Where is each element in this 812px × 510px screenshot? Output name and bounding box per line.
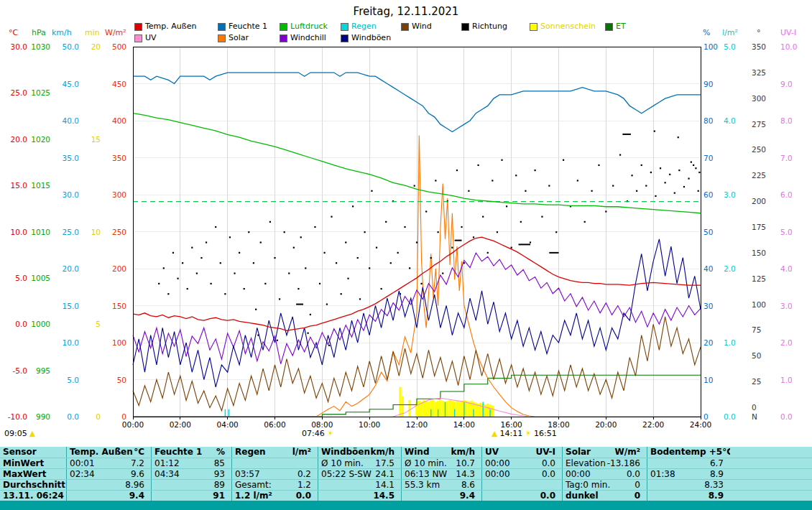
- stats-cell-left: 00:00: [566, 470, 591, 479]
- stats-cell-left: Solar: [566, 448, 591, 457]
- stats-cell-value: 0.0: [542, 470, 555, 479]
- stats-cell-value: 14.1: [375, 481, 395, 490]
- stats-cell-left: 55.3 km: [405, 481, 440, 490]
- stats-cell-left: Tag:0 min.: [566, 481, 610, 490]
- triangle-up-icon: ▲: [492, 429, 497, 438]
- stats-table: SensorTemp. Außen°CFeuchte 1%Regenl/m²Wi…: [0, 447, 812, 501]
- stats-cell-left: Regen: [235, 448, 266, 457]
- stats-row-13.11. 06:24: 13.11. 06:249.4911.2 l/m²0.014.59.40.0du…: [0, 490, 812, 501]
- stats-cell-left: Ø 10 min.: [321, 459, 364, 468]
- stats-cell: 04:3493: [151, 469, 231, 479]
- stats-cell-value: 14.3: [456, 470, 475, 479]
- stats-cell-value: 24.1: [375, 470, 395, 479]
- stats-cell: Windkm/h: [401, 447, 481, 458]
- stats-cell-value: 9.4: [460, 491, 475, 501]
- stats-cell-left: 02:34: [70, 470, 95, 479]
- stats-cell-value: 0.0: [542, 459, 555, 468]
- stats-cell-left: Wind: [405, 448, 429, 457]
- stats-cell-left: 03:57: [235, 470, 260, 479]
- weather-plot: [0, 0, 812, 445]
- stats-cell-value: 8.96: [125, 481, 144, 490]
- stats-cell-left: Bodentemp +5: [650, 448, 722, 457]
- stats-cell-left: 01:38: [650, 470, 675, 479]
- stats-cell-value: km/h: [451, 448, 475, 457]
- stats-cell: 91: [151, 491, 231, 501]
- stats-cell-value: 7.2: [131, 459, 144, 468]
- series-Richtung: [158, 131, 700, 347]
- stats-cell: Ø 10 min.17.5: [318, 458, 401, 468]
- stats-cell-value: °C: [722, 448, 730, 457]
- stats-cell: 00:000.0: [562, 469, 647, 479]
- stats-cell-left: 13.11. 06:24: [3, 491, 64, 501]
- stats-cell-value: 89: [214, 481, 225, 490]
- stats-row-Durchschnitt: Durchschnitt8.9689Gesamt:1.214.155.3 km8…: [0, 479, 812, 490]
- stats-cell: 1.2 l/m²0.0: [231, 491, 318, 501]
- stats-cell: 01:388.9: [647, 469, 730, 479]
- stats-cell-value: 8.33: [704, 481, 724, 490]
- stats-cell-value: 0.0: [540, 491, 555, 501]
- stats-cell-value: l/m²: [292, 448, 311, 457]
- stats-cell-value: 0: [635, 491, 640, 501]
- stats-filler: [730, 447, 812, 458]
- stats-cell-left: MaxWert: [3, 470, 46, 479]
- stats-cell-left: Ø 10 min.: [405, 459, 447, 468]
- stats-cell-left: 00:01: [70, 459, 95, 468]
- stats-cell-left: dunkel: [566, 491, 599, 501]
- stats-cell-value: 10.7: [456, 459, 475, 468]
- stats-row-MaxWert: MaxWert02:349.604:349303:570.205:22 S-SW…: [0, 468, 812, 479]
- stats-filler: [730, 458, 812, 468]
- stats-cell: 14.5: [318, 491, 401, 501]
- stats-cell: 02:349.6: [66, 469, 151, 479]
- stats-cell: Tag:0 min.0: [562, 480, 647, 490]
- stats-cell-left: Feuchte 1: [154, 448, 202, 457]
- stats-cell-value: -13.186: [607, 459, 640, 468]
- stats-cell: 03:570.2: [231, 469, 318, 479]
- stats-cell: Regenl/m²: [231, 447, 318, 458]
- stats-cell-value: 6.7: [710, 459, 724, 468]
- stats-cell: [481, 480, 562, 490]
- stats-cell: 89: [151, 480, 231, 490]
- stats-cell-left: Elevation: [566, 459, 606, 468]
- series-Richtung-dashes: [296, 134, 631, 305]
- stats-cell-value: W/m²: [615, 448, 640, 457]
- stats-cell-value: 0.2: [297, 470, 311, 479]
- stats-cell-value: 1.2: [297, 481, 311, 490]
- stats-cell-left: 00:00: [485, 470, 510, 479]
- stats-cell: Windböenkm/h: [318, 447, 401, 458]
- stats-cell-value: 0.0: [296, 491, 311, 501]
- stats-cell-left: 1.2 l/m²: [235, 491, 272, 501]
- stats-cell: 00:017.2: [66, 458, 151, 468]
- sun-icon: ☀: [525, 429, 532, 438]
- stats-cell: 00:000.0: [481, 458, 562, 468]
- stats-row-label: 13.11. 06:24: [0, 491, 66, 501]
- stats-cell-value: 9.6: [131, 470, 144, 479]
- stats-cell: Ø 10 min.10.7: [401, 458, 481, 468]
- stats-filler: [730, 480, 812, 490]
- stats-filler: [730, 469, 812, 479]
- stats-cell: Temp. Außen°C: [66, 447, 151, 458]
- stats-cell: 00:000.0: [481, 469, 562, 479]
- stats-row-label: Durchschnitt: [0, 480, 66, 490]
- stats-cell-left: 01:12: [154, 459, 180, 468]
- annotation-bottom-left: 09:05▲: [4, 429, 37, 438]
- stats-cell-left: 05:22 S-SW: [321, 470, 372, 479]
- stats-cell-value: 17.5: [375, 459, 395, 468]
- stats-cell: UVUV-I: [481, 447, 562, 458]
- stats-filler: [730, 491, 812, 501]
- stats-cell-left: 04:34: [154, 470, 180, 479]
- stats-cell-left: Windböen: [321, 448, 370, 457]
- stats-cell: Feuchte 1%: [151, 447, 231, 458]
- stats-header-row: SensorTemp. Außen°CFeuchte 1%Regenl/m²Wi…: [0, 447, 812, 458]
- stats-cell: SolarW/m²: [562, 447, 647, 458]
- marker-time: 14:11: [499, 429, 522, 438]
- stats-cell-value: 91: [213, 491, 225, 501]
- stats-cell: 14.1: [318, 480, 401, 490]
- stats-cell: 8.9: [647, 491, 730, 501]
- stats-cell: Bodentemp +5°C: [647, 447, 730, 458]
- bottom-strip: [0, 501, 812, 510]
- stats-cell-left: MinWert: [3, 459, 44, 468]
- stats-row-label: MaxWert: [0, 469, 66, 479]
- stats-cell: 9.4: [66, 491, 151, 501]
- annotation-sunrise: 07:46☀: [302, 429, 336, 438]
- stats-cell-value: 85: [214, 459, 225, 468]
